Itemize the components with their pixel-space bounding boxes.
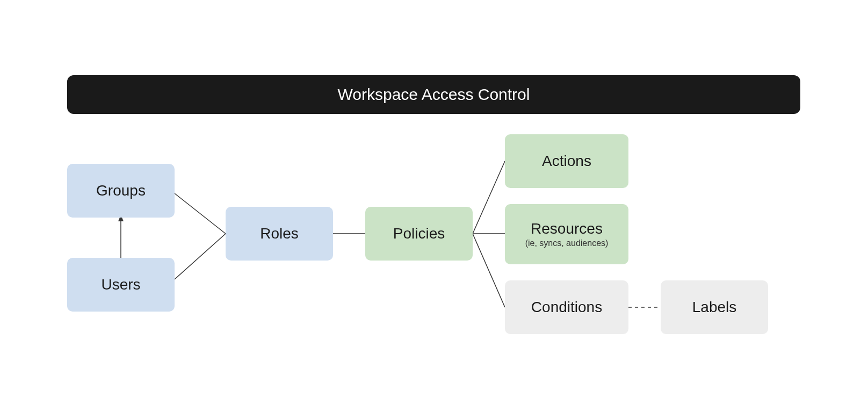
svg-line-3	[175, 234, 226, 279]
svg-line-2	[175, 193, 226, 234]
node-conditions: Conditions	[505, 280, 628, 334]
diagram-canvas: Workspace Access Control Groups Users Ro…	[0, 0, 868, 419]
svg-line-7	[473, 234, 505, 307]
node-conditions-label: Conditions	[531, 299, 602, 316]
node-groups: Groups	[67, 164, 175, 218]
node-roles-label: Roles	[260, 225, 299, 242]
node-policies: Policies	[365, 207, 473, 261]
node-labels: Labels	[661, 280, 768, 334]
node-policies-label: Policies	[393, 225, 445, 242]
node-roles: Roles	[226, 207, 333, 261]
node-users: Users	[67, 258, 175, 312]
node-users-label: Users	[101, 276, 140, 293]
node-resources-label: Resources	[531, 220, 603, 237]
node-actions-label: Actions	[542, 153, 591, 170]
diagram-title-bar: Workspace Access Control	[67, 75, 800, 114]
node-resources-sublabel: (ie, syncs, audiences)	[525, 239, 609, 248]
node-labels-label: Labels	[692, 299, 737, 316]
node-resources: Resources (ie, syncs, audiences)	[505, 204, 628, 264]
svg-line-5	[473, 161, 505, 234]
node-actions: Actions	[505, 134, 628, 188]
diagram-title: Workspace Access Control	[338, 85, 530, 104]
node-groups-label: Groups	[96, 182, 146, 199]
